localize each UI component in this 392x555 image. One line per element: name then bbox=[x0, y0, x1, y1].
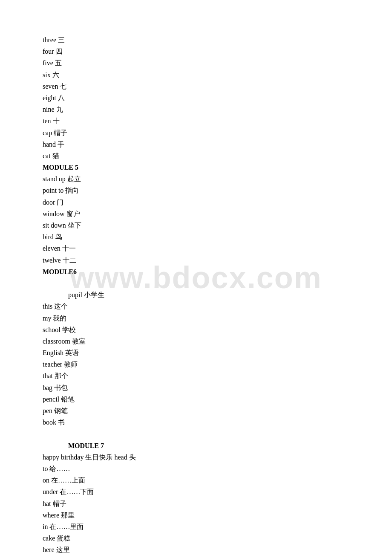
empty-line bbox=[43, 278, 349, 289]
content-line: eleven 十一 bbox=[43, 243, 349, 254]
content-line: on 在……上面 bbox=[43, 474, 349, 486]
content-line: MODULE6 bbox=[43, 266, 349, 278]
content-line: nine 九 bbox=[43, 104, 349, 115]
empty-line bbox=[43, 428, 349, 439]
content-line: pencil 铅笔 bbox=[43, 393, 349, 405]
content-line: to 给…… bbox=[43, 463, 349, 474]
content-line: point to 指向 bbox=[43, 185, 349, 196]
content-line: cap 帽子 bbox=[43, 127, 349, 139]
content-line: classroom 教室 bbox=[43, 335, 349, 347]
content-line: English 英语 bbox=[43, 347, 349, 358]
content-line: here 这里 bbox=[43, 544, 349, 555]
content-lines: three 三four 四five 五six 六seven 七eight 八ni… bbox=[43, 34, 349, 555]
content-line: three 三 bbox=[43, 34, 349, 46]
content-line: pen 钢笔 bbox=[43, 405, 349, 416]
content-line: hand 手 bbox=[43, 139, 349, 150]
content-line: twelve 十二 bbox=[43, 254, 349, 266]
content-line: six 六 bbox=[43, 69, 349, 81]
content-line: stand up 起立 bbox=[43, 173, 349, 185]
content-line: teacher 教师 bbox=[43, 358, 349, 370]
content-line: bird 鸟 bbox=[43, 231, 349, 243]
content-line: happy birthday 生日快乐 head 头 bbox=[43, 451, 349, 463]
content-line: my 我的 bbox=[43, 312, 349, 324]
content-line: pupil 小学生 bbox=[43, 289, 349, 301]
content-line: MODULE 7 bbox=[43, 440, 349, 451]
content-line: where 那里 bbox=[43, 509, 349, 521]
content-line: MODULE 5 bbox=[43, 162, 349, 173]
content-line: book 书 bbox=[43, 416, 349, 428]
content-line: five 五 bbox=[43, 57, 349, 69]
content-line: in 在……里面 bbox=[43, 521, 349, 532]
content-line: cat 猫 bbox=[43, 150, 349, 162]
content-line: hat 帽子 bbox=[43, 498, 349, 509]
content-line: window 窗户 bbox=[43, 208, 349, 220]
content-line: school 学校 bbox=[43, 324, 349, 335]
page-content: three 三four 四five 五six 六seven 七eight 八ni… bbox=[0, 0, 392, 555]
content-line: eight 八 bbox=[43, 92, 349, 104]
content-line: four 四 bbox=[43, 46, 349, 57]
content-line: that 那个 bbox=[43, 370, 349, 382]
content-line: seven 七 bbox=[43, 81, 349, 92]
content-line: ten 十 bbox=[43, 115, 349, 127]
content-line: sit down 坐下 bbox=[43, 220, 349, 231]
content-line: bag 书包 bbox=[43, 382, 349, 393]
content-line: under 在……下面 bbox=[43, 486, 349, 497]
content-line: this 这个 bbox=[43, 301, 349, 312]
content-line: door 门 bbox=[43, 197, 349, 208]
content-line: cake 蛋糕 bbox=[43, 532, 349, 544]
